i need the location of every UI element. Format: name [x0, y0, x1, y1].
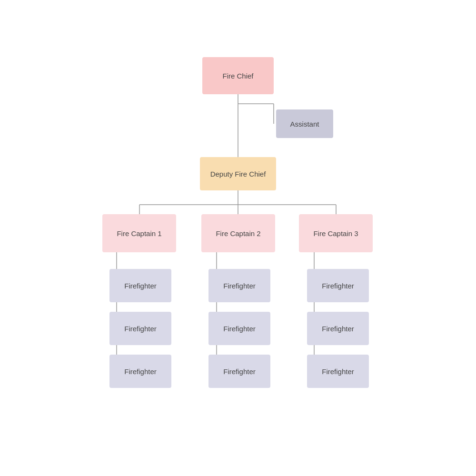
- ff2-3-node: Firefighter: [208, 355, 270, 388]
- ff3-1-node: Firefighter: [307, 269, 369, 302]
- fire-chief-label: Fire Chief: [222, 72, 253, 80]
- captain1-node: Fire Captain 1: [102, 214, 176, 252]
- ff2-1-label: Firefighter: [223, 282, 256, 290]
- captain3-label: Fire Captain 3: [313, 229, 358, 238]
- assistant-node: Assistant: [276, 109, 333, 138]
- ff2-3-label: Firefighter: [223, 367, 256, 376]
- fire-chief-node: Fire Chief: [202, 57, 274, 94]
- ff1-3-label: Firefighter: [124, 367, 157, 376]
- ff3-2-node: Firefighter: [307, 312, 369, 345]
- ff3-3-node: Firefighter: [307, 355, 369, 388]
- ff3-1-label: Firefighter: [322, 282, 354, 290]
- deputy-label: Deputy Fire Chief: [210, 170, 266, 178]
- ff3-3-label: Firefighter: [322, 367, 354, 376]
- captain2-label: Fire Captain 2: [216, 229, 260, 238]
- org-chart: Fire Chief Assistant Deputy Fire Chief F…: [0, 0, 476, 476]
- deputy-node: Deputy Fire Chief: [200, 157, 276, 190]
- ff1-1-label: Firefighter: [124, 282, 157, 290]
- ff3-2-label: Firefighter: [322, 325, 354, 333]
- ff1-3-node: Firefighter: [109, 355, 171, 388]
- ff2-2-label: Firefighter: [223, 325, 256, 333]
- captain3-node: Fire Captain 3: [299, 214, 373, 252]
- captain1-label: Fire Captain 1: [117, 229, 161, 238]
- ff2-1-node: Firefighter: [208, 269, 270, 302]
- ff1-2-label: Firefighter: [124, 325, 157, 333]
- captain2-node: Fire Captain 2: [201, 214, 275, 252]
- ff2-2-node: Firefighter: [208, 312, 270, 345]
- assistant-label: Assistant: [290, 120, 319, 128]
- ff1-2-node: Firefighter: [109, 312, 171, 345]
- ff1-1-node: Firefighter: [109, 269, 171, 302]
